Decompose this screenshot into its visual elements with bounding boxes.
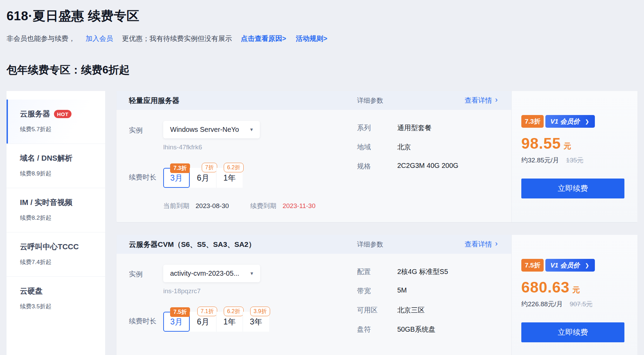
renew-expire-label: 续费到期 [250,202,276,210]
spec-row: 带宽 5M [357,286,511,296]
renew-now-button[interactable]: 立即续费 [521,322,624,342]
chevron-right-icon: ❯ [585,118,589,125]
duration-label: 续费时长 [129,306,163,332]
join-member-link[interactable]: 加入会员 [86,34,113,43]
spec-row: 地域 北京 [357,142,511,152]
current-expire-date: 2023-08-30 [196,202,229,210]
discount-badge: 7.1折 [197,307,217,316]
sidebar-item[interactable]: 云呼叫中心TCCC 续费7.4折起 [7,232,105,277]
price-unit: 元 [573,285,580,295]
params-label: 详细参数 [357,240,383,249]
duration-tab[interactable]: 7.1折 6月 [190,312,216,332]
card-header: 云服务器CVM（S6、S5、SA3、SA2） 详细参数 查看详情 › [116,235,511,254]
spec-row: 规格 2C2G3M 40G 200G [357,162,511,171]
price-panel: 7.5折 V1 会员价 ❯ 680.63 元 约226.88元/月 907.5元 [511,235,637,355]
vip-price-pill[interactable]: V1 会员价 ❯ [545,259,595,272]
product-card-lighthouse: 轻量应用服务器 详细参数 查看详情 › 实例 [116,91,637,222]
sidebar-item-label: 云服务器 [20,109,50,119]
sidebar-item[interactable]: IM / 实时音视频 续费8.2折起 [7,188,105,232]
chevron-right-icon: ❯ [585,262,589,268]
discount-badge: 7.3折 [170,163,190,173]
view-detail-link[interactable]: 查看详情 › [465,240,498,249]
duration-tabs: 7.5折 3月 7.1折 6月 [163,306,269,332]
view-reason-link[interactable]: 点击查看原因> [241,34,286,43]
sidebar-item-discount: 续费3.5折起 [20,302,99,310]
hot-badge: HOT [54,110,71,118]
sidebar-item[interactable]: 云硬盘 续费3.5折起 [7,277,105,321]
discount-tag: 7.5折 [521,259,544,272]
duration-tabs: 7.3折 3月 7折 6月 [163,162,243,188]
original-price: 907.5元 [570,300,593,308]
activity-rules-link[interactable]: 活动规则> [296,34,327,43]
discount-badge: 7折 [202,163,217,172]
subtitle-middle: 更优惠；我有待续费实例但没有展示 [122,34,232,43]
price-panel: 7.3折 V1 会员价 ❯ 98.55 元 约32.85元/月 135元 [511,91,637,222]
sidebar-item-discount: 续费7.4折起 [20,258,99,266]
renew-expire-date: 2023-11-30 [282,202,315,210]
chevron-down-icon: ▼ [249,127,254,132]
vip-price-pill[interactable]: V1 会员价 ❯ [545,115,595,128]
card-header: 轻量应用服务器 详细参数 查看详情 › [116,91,511,110]
sidebar-item[interactable]: 云服务器 HOT 续费5.7折起 [7,100,105,144]
sidebar-item-label: 云硬盘 [20,286,43,296]
section-title: 包年续费专区：续费6折起 [7,63,637,77]
duration-tab[interactable]: 6.2折 1年 [216,168,243,188]
card-title: 云服务器CVM（S6、S5、SA3、SA2） [129,240,357,249]
instance-label: 实例 [129,121,163,151]
original-price: 135元 [566,157,584,164]
spec-row: 系列 通用型套餐 [357,123,511,133]
sidebar-item-label: 域名 / DNS解析 [20,153,73,163]
main-area: 云服务器 HOT 续费5.7折起 域名 / DNS解析 续费8.9折起 I [7,91,637,355]
page-header: 618·夏日盛惠 续费专区 非会员也能参与续费， 加入会员 更优惠；我有待续费实… [7,8,637,77]
spec-list: 配置 2核4G 标准型S5 带宽 5M 可用区 [357,265,511,344]
discount-badge: 6.2折 [224,163,244,172]
page-title: 618·夏日盛惠 续费专区 [7,8,637,25]
card-list: 轻量应用服务器 详细参数 查看详情 › 实例 [116,91,637,355]
sidebar-item-discount: 续费8.2折起 [20,214,99,222]
sidebar-item-label: IM / 实时音视频 [20,197,73,208]
discount-badge: 7.5折 [170,307,190,317]
spec-list: 系列 通用型套餐 地域 北京 规格 [357,121,511,210]
instance-select[interactable]: Windows Server-NeYo ▼ [163,121,260,138]
product-card-cvm: 云服务器CVM（S6、S5、SA3、SA2） 详细参数 查看详情 › 实例 [116,235,637,355]
duration-tab[interactable]: 6.2折 1年 [216,312,243,332]
spec-row: 可用区 北京三区 [357,306,511,315]
duration-tab[interactable]: 7.3折 3月 [163,168,190,188]
instance-label: 实例 [129,265,163,295]
instance-id: lhins-47fkfrk6 [163,144,260,151]
spec-row: 配置 2核4G 标准型S5 [357,267,511,276]
chevron-right-icon: › [495,96,498,105]
duration-tab[interactable]: 7折 6月 [190,168,216,188]
view-detail-link[interactable]: 查看详情 › [465,96,498,105]
price-amount: 98.55 [521,135,561,152]
renewal-page: 618·夏日盛惠 续费专区 非会员也能参与续费， 加入会员 更优惠；我有待续费实… [0,0,644,355]
duration-tab[interactable]: 3.9折 3年 [243,312,269,332]
card-title: 轻量应用服务器 [129,96,357,105]
duration-label: 续费时长 [129,162,163,188]
discount-badge: 6.2折 [224,307,244,316]
expire-dates: 当前到期 2023-08-30 续费到期 2023-11-30 [163,202,357,210]
chevron-down-icon: ▼ [249,271,254,276]
price-amount: 680.63 [521,279,570,296]
renew-now-button[interactable]: 立即续费 [521,179,624,198]
price-unit: 元 [564,141,571,151]
category-sidebar: 云服务器 HOT 续费5.7折起 域名 / DNS解析 续费8.9折起 I [7,91,105,355]
params-label: 详细参数 [357,96,383,105]
spec-row: 盘符 50GB系统盘 [357,325,511,334]
duration-tab[interactable]: 7.5折 3月 [163,312,190,332]
discount-tag: 7.3折 [521,115,544,128]
monthly-price: 约32.85元/月 [521,157,559,164]
sidebar-item[interactable]: 域名 / DNS解析 续费8.9折起 [7,144,105,188]
page-subtitle: 非会员也能参与续费， 加入会员 更优惠；我有待续费实例但没有展示 点击查看原因>… [7,34,637,43]
sidebar-item-discount: 续费8.9折起 [20,170,99,178]
monthly-price: 约226.88元/月 [521,300,563,308]
sidebar-item-discount: 续费5.7折起 [20,125,99,133]
instance-id: ins-18pqzrc7 [163,287,260,295]
chevron-right-icon: › [495,240,498,249]
subtitle-prefix: 非会员也能参与续费， [7,34,75,43]
current-expire-label: 当前到期 [163,202,189,210]
instance-select[interactable]: activity-cvm-2023-05... ▼ [163,265,260,282]
sidebar-item-label: 云呼叫中心TCCC [20,242,79,252]
discount-badge: 3.9折 [250,307,270,316]
